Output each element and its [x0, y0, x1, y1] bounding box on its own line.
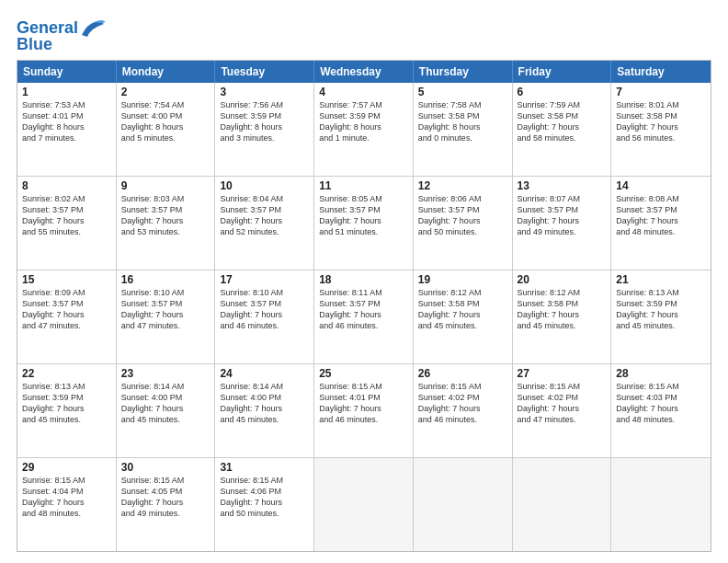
- cell-details: Sunrise: 8:10 AMSunset: 3:57 PMDaylight:…: [220, 287, 309, 332]
- calendar-cell: 17Sunrise: 8:10 AMSunset: 3:57 PMDayligh…: [215, 270, 314, 363]
- cell-details: Sunrise: 8:03 AMSunset: 3:57 PMDaylight:…: [121, 193, 210, 238]
- day-number: 5: [418, 86, 507, 98]
- day-number: 21: [616, 273, 706, 286]
- cell-details: Sunrise: 8:15 AMSunset: 4:05 PMDaylight:…: [121, 475, 210, 520]
- logo: General Blue: [17, 18, 106, 54]
- day-number: 24: [220, 367, 309, 380]
- cell-details: Sunrise: 8:13 AMSunset: 3:59 PMDaylight:…: [616, 287, 706, 332]
- calendar-cell: 13Sunrise: 8:07 AMSunset: 3:57 PMDayligh…: [513, 177, 612, 270]
- cell-details: Sunrise: 8:13 AMSunset: 3:59 PMDaylight:…: [22, 381, 111, 426]
- calendar-cell: 1Sunrise: 7:53 AMSunset: 4:01 PMDaylight…: [17, 83, 117, 176]
- cell-details: Sunrise: 7:54 AMSunset: 4:00 PMDaylight:…: [121, 99, 210, 144]
- cell-details: Sunrise: 8:01 AMSunset: 3:58 PMDaylight:…: [616, 99, 706, 144]
- day-number: 20: [518, 273, 607, 286]
- cell-details: Sunrise: 8:11 AMSunset: 3:57 PMDaylight:…: [319, 287, 408, 332]
- calendar-cell: 23Sunrise: 8:14 AMSunset: 4:00 PMDayligh…: [117, 364, 216, 457]
- calendar-cell: 2Sunrise: 7:54 AMSunset: 4:00 PMDaylight…: [117, 83, 216, 176]
- calendar-cell: 28Sunrise: 8:15 AMSunset: 4:03 PMDayligh…: [611, 364, 711, 457]
- calendar-header: SundayMondayTuesdayWednesdayThursdayFrid…: [17, 61, 711, 83]
- day-number: 22: [22, 367, 111, 380]
- calendar-row: 1Sunrise: 7:53 AMSunset: 4:01 PMDaylight…: [17, 83, 711, 177]
- calendar-cell: 26Sunrise: 8:15 AMSunset: 4:02 PMDayligh…: [414, 364, 513, 457]
- header-day-tuesday: Tuesday: [215, 61, 314, 83]
- day-number: 7: [616, 86, 706, 98]
- calendar-cell: 22Sunrise: 8:13 AMSunset: 3:59 PMDayligh…: [17, 364, 117, 457]
- day-number: 4: [319, 86, 408, 98]
- calendar-cell: 12Sunrise: 8:06 AMSunset: 3:57 PMDayligh…: [414, 177, 513, 270]
- calendar-cell: 15Sunrise: 8:09 AMSunset: 3:57 PMDayligh…: [17, 270, 117, 363]
- calendar-cell: 14Sunrise: 8:08 AMSunset: 3:57 PMDayligh…: [611, 177, 711, 270]
- cell-details: Sunrise: 8:09 AMSunset: 3:57 PMDaylight:…: [22, 287, 111, 332]
- header-day-friday: Friday: [513, 61, 612, 83]
- calendar-row: 8Sunrise: 8:02 AMSunset: 3:57 PMDaylight…: [17, 177, 711, 270]
- cell-details: Sunrise: 7:53 AMSunset: 4:01 PMDaylight:…: [22, 99, 111, 144]
- day-number: 29: [22, 461, 111, 474]
- day-number: 18: [319, 273, 408, 286]
- calendar-cell: 5Sunrise: 7:58 AMSunset: 3:58 PMDaylight…: [414, 83, 513, 176]
- calendar-row: 22Sunrise: 8:13 AMSunset: 3:59 PMDayligh…: [17, 364, 711, 458]
- cell-details: Sunrise: 7:57 AMSunset: 3:59 PMDaylight:…: [319, 99, 408, 144]
- header-day-monday: Monday: [117, 61, 216, 83]
- cell-details: Sunrise: 8:12 AMSunset: 3:58 PMDaylight:…: [418, 287, 507, 332]
- day-number: 27: [518, 367, 607, 380]
- cell-details: Sunrise: 8:15 AMSunset: 4:04 PMDaylight:…: [22, 475, 111, 520]
- calendar-cell: 29Sunrise: 8:15 AMSunset: 4:04 PMDayligh…: [17, 458, 117, 551]
- day-number: 1: [22, 86, 111, 98]
- calendar-cell: 25Sunrise: 8:15 AMSunset: 4:01 PMDayligh…: [314, 364, 414, 457]
- cell-details: Sunrise: 8:14 AMSunset: 4:00 PMDaylight:…: [121, 381, 210, 426]
- day-number: 11: [319, 179, 408, 192]
- day-number: 26: [418, 367, 507, 380]
- cell-details: Sunrise: 8:05 AMSunset: 3:57 PMDaylight:…: [319, 193, 408, 238]
- calendar-cell: [611, 458, 711, 551]
- day-number: 14: [616, 179, 706, 192]
- day-number: 9: [121, 179, 210, 192]
- cell-details: Sunrise: 8:06 AMSunset: 3:57 PMDaylight:…: [418, 193, 507, 238]
- cell-details: Sunrise: 7:56 AMSunset: 3:59 PMDaylight:…: [220, 99, 309, 144]
- cell-details: Sunrise: 8:04 AMSunset: 3:57 PMDaylight:…: [220, 193, 309, 238]
- cell-details: Sunrise: 8:15 AMSunset: 4:02 PMDaylight:…: [418, 381, 507, 426]
- day-number: 25: [319, 367, 408, 380]
- cell-details: Sunrise: 8:14 AMSunset: 4:00 PMDaylight:…: [220, 381, 309, 426]
- day-number: 30: [121, 461, 210, 474]
- calendar-cell: 19Sunrise: 8:12 AMSunset: 3:58 PMDayligh…: [414, 270, 513, 363]
- day-number: 15: [22, 273, 111, 286]
- cell-details: Sunrise: 8:15 AMSunset: 4:03 PMDaylight:…: [616, 381, 706, 426]
- calendar-cell: 21Sunrise: 8:13 AMSunset: 3:59 PMDayligh…: [611, 270, 711, 363]
- calendar-cell: 20Sunrise: 8:12 AMSunset: 3:58 PMDayligh…: [513, 270, 612, 363]
- day-number: 28: [616, 367, 706, 380]
- calendar-body: 1Sunrise: 7:53 AMSunset: 4:01 PMDaylight…: [17, 83, 711, 551]
- calendar-cell: 6Sunrise: 7:59 AMSunset: 3:58 PMDaylight…: [513, 83, 612, 176]
- cell-details: Sunrise: 8:12 AMSunset: 3:58 PMDaylight:…: [518, 287, 607, 332]
- calendar-cell: 31Sunrise: 8:15 AMSunset: 4:06 PMDayligh…: [215, 458, 314, 551]
- day-number: 10: [220, 179, 309, 192]
- cell-details: Sunrise: 8:15 AMSunset: 4:02 PMDaylight:…: [518, 381, 607, 426]
- calendar-cell: [513, 458, 612, 551]
- header: General Blue: [17, 15, 711, 54]
- calendar-cell: 16Sunrise: 8:10 AMSunset: 3:57 PMDayligh…: [117, 270, 216, 363]
- cell-details: Sunrise: 8:15 AMSunset: 4:06 PMDaylight:…: [220, 475, 309, 520]
- calendar-cell: 18Sunrise: 8:11 AMSunset: 3:57 PMDayligh…: [314, 270, 414, 363]
- calendar-cell: 27Sunrise: 8:15 AMSunset: 4:02 PMDayligh…: [513, 364, 612, 457]
- header-day-thursday: Thursday: [414, 61, 513, 83]
- day-number: 31: [220, 461, 309, 474]
- calendar: SundayMondayTuesdayWednesdayThursdayFrid…: [17, 60, 711, 552]
- day-number: 2: [121, 86, 210, 98]
- calendar-cell: 10Sunrise: 8:04 AMSunset: 3:57 PMDayligh…: [215, 177, 314, 270]
- calendar-cell: 3Sunrise: 7:56 AMSunset: 3:59 PMDaylight…: [215, 83, 314, 176]
- cell-details: Sunrise: 8:10 AMSunset: 3:57 PMDaylight:…: [121, 287, 210, 332]
- header-day-wednesday: Wednesday: [314, 61, 414, 83]
- calendar-cell: 11Sunrise: 8:05 AMSunset: 3:57 PMDayligh…: [314, 177, 414, 270]
- day-number: 3: [220, 86, 309, 98]
- cell-details: Sunrise: 7:58 AMSunset: 3:58 PMDaylight:…: [418, 99, 507, 144]
- day-number: 19: [418, 273, 507, 286]
- cell-details: Sunrise: 8:15 AMSunset: 4:01 PMDaylight:…: [319, 381, 408, 426]
- calendar-cell: 4Sunrise: 7:57 AMSunset: 3:59 PMDaylight…: [314, 83, 414, 176]
- day-number: 23: [121, 367, 210, 380]
- calendar-cell: 7Sunrise: 8:01 AMSunset: 3:58 PMDaylight…: [611, 83, 711, 176]
- day-number: 13: [518, 179, 607, 192]
- cell-details: Sunrise: 8:07 AMSunset: 3:57 PMDaylight:…: [518, 193, 607, 238]
- calendar-row: 15Sunrise: 8:09 AMSunset: 3:57 PMDayligh…: [17, 270, 711, 364]
- calendar-row: 29Sunrise: 8:15 AMSunset: 4:04 PMDayligh…: [17, 458, 711, 551]
- page: General Blue SundayMondayTuesdayWednesda…: [0, 0, 728, 563]
- calendar-cell: [414, 458, 513, 551]
